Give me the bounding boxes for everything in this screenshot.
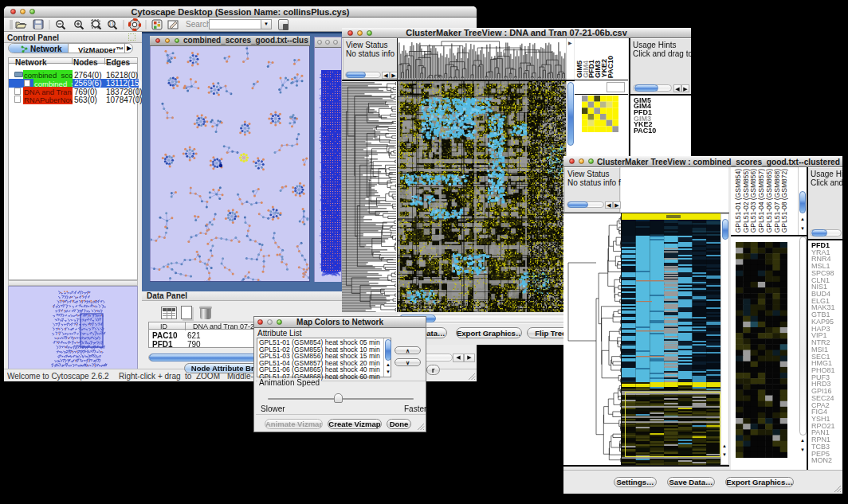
svg-text:1:1: 1:1 <box>109 22 115 26</box>
